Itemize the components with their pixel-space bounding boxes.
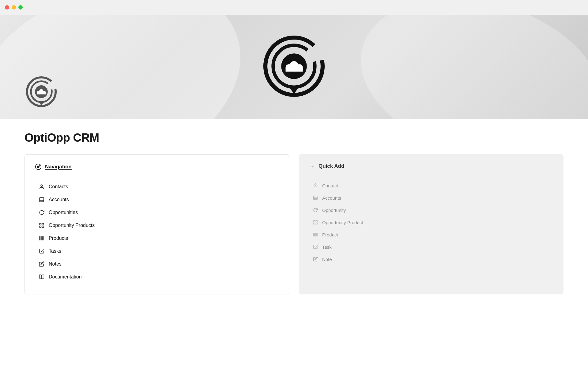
svg-rect-33 bbox=[314, 196, 317, 200]
svg-rect-40 bbox=[316, 223, 317, 224]
person-icon-muted bbox=[312, 182, 318, 189]
nav-label-opportunity-products: Opportunity Products bbox=[49, 223, 95, 228]
nav-label-notes: Notes bbox=[49, 261, 62, 267]
nav-label-documentation: Documentation bbox=[49, 274, 82, 280]
nav-item-contacts[interactable]: Contacts bbox=[35, 181, 279, 193]
barcode-icon-muted bbox=[312, 232, 318, 238]
checkbox-icon bbox=[38, 248, 45, 255]
quick-add-opportunity-product[interactable]: Opportunity Product bbox=[309, 217, 554, 228]
quick-add-label-note: Note bbox=[322, 257, 332, 262]
svg-rect-13 bbox=[37, 92, 46, 94]
svg-point-16 bbox=[41, 185, 43, 186]
svg-rect-6 bbox=[286, 67, 303, 71]
svg-rect-39 bbox=[314, 223, 315, 224]
svg-rect-24 bbox=[42, 226, 44, 228]
note-icon bbox=[38, 261, 45, 267]
building-icon bbox=[38, 196, 45, 203]
main-content: OptiOpp CRM Navigation bbox=[0, 119, 588, 325]
quick-add-label-accounts: Accounts bbox=[322, 195, 341, 201]
grid-icon bbox=[38, 222, 45, 229]
plus-icon: + bbox=[309, 163, 315, 170]
quick-add-label-task: Task bbox=[322, 244, 332, 250]
two-column-layout: Navigation Contacts bbox=[24, 154, 564, 294]
close-button[interactable] bbox=[5, 5, 9, 10]
nav-label-accounts: Accounts bbox=[49, 197, 69, 202]
barcode-icon bbox=[38, 235, 45, 242]
navigation-list: Contacts Accounts bbox=[35, 181, 279, 283]
page-title: OptiOpp CRM bbox=[24, 131, 564, 144]
compass-icon bbox=[35, 163, 42, 171]
checkbox-icon-muted bbox=[312, 244, 318, 250]
nav-item-documentation[interactable]: Documentation bbox=[35, 271, 279, 283]
grid-icon-muted bbox=[312, 219, 318, 225]
quick-add-accounts[interactable]: Accounts bbox=[309, 192, 554, 204]
svg-rect-17 bbox=[40, 197, 44, 202]
nav-item-opportunities[interactable]: Opportunities bbox=[35, 206, 279, 219]
nav-label-tasks: Tasks bbox=[49, 248, 61, 254]
banner bbox=[0, 15, 588, 119]
refresh-icon bbox=[38, 209, 45, 216]
quick-add-note[interactable]: Note bbox=[309, 253, 554, 265]
nav-item-accounts[interactable]: Accounts bbox=[35, 194, 279, 206]
banner-logo-small bbox=[24, 75, 58, 110]
svg-rect-21 bbox=[40, 223, 41, 225]
nav-label-contacts: Contacts bbox=[49, 184, 68, 190]
nav-item-products[interactable]: Products bbox=[35, 232, 279, 244]
svg-rect-38 bbox=[316, 220, 317, 222]
book-icon bbox=[38, 274, 45, 280]
svg-rect-23 bbox=[40, 226, 41, 228]
note-icon-muted bbox=[312, 256, 318, 262]
quick-add-contact[interactable]: Contact bbox=[309, 180, 554, 191]
svg-point-32 bbox=[315, 184, 316, 185]
person-icon bbox=[38, 183, 45, 190]
navigation-header-label: Navigation bbox=[45, 164, 72, 170]
page-divider bbox=[24, 307, 564, 307]
quick-add-label-contact: Contact bbox=[322, 183, 338, 188]
banner-logo-large bbox=[260, 33, 328, 101]
nav-label-opportunities: Opportunities bbox=[49, 210, 78, 215]
quick-add-card-header: + Quick Add bbox=[309, 163, 554, 172]
svg-rect-37 bbox=[314, 220, 315, 222]
quick-add-opportunity[interactable]: Opportunity bbox=[309, 204, 554, 216]
quick-add-header-label: Quick Add bbox=[318, 163, 344, 169]
quick-add-label-product: Product bbox=[322, 232, 338, 237]
building-icon-muted bbox=[312, 195, 318, 201]
quick-add-label-opportunity-product: Opportunity Product bbox=[322, 220, 363, 225]
quick-add-list: Contact Accounts bbox=[309, 180, 554, 265]
navigation-card: Navigation Contacts bbox=[24, 154, 289, 294]
nav-item-opportunity-products[interactable]: Opportunity Products bbox=[35, 219, 279, 232]
titlebar bbox=[0, 0, 588, 15]
maximize-button[interactable] bbox=[18, 5, 23, 10]
nav-item-tasks[interactable]: Tasks bbox=[35, 245, 279, 257]
quick-add-card: + Quick Add Contact bbox=[299, 154, 564, 294]
svg-rect-22 bbox=[42, 223, 44, 225]
quick-add-task[interactable]: Task bbox=[309, 241, 554, 253]
navigation-card-header: Navigation bbox=[35, 163, 279, 173]
nav-item-notes[interactable]: Notes bbox=[35, 258, 279, 270]
refresh-icon-muted bbox=[312, 207, 318, 213]
svg-marker-15 bbox=[37, 166, 40, 168]
quick-add-label-opportunity: Opportunity bbox=[322, 208, 346, 213]
quick-add-product[interactable]: Product bbox=[309, 229, 554, 240]
minimize-button[interactable] bbox=[12, 5, 16, 10]
nav-label-products: Products bbox=[49, 236, 68, 241]
